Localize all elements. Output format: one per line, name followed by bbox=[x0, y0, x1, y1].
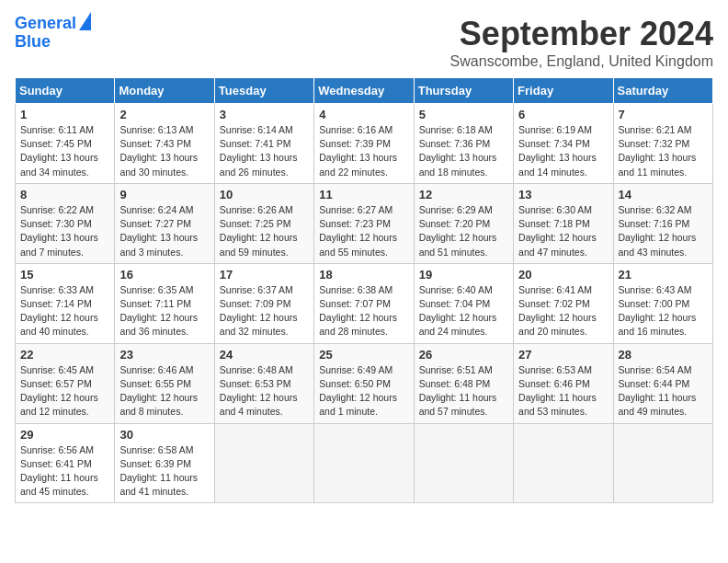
day-detail: Sunrise: 6:37 AM Sunset: 7:09 PM Dayligh… bbox=[220, 283, 309, 339]
calendar-cell: 29 Sunrise: 6:56 AM Sunset: 6:41 PM Dayl… bbox=[16, 423, 115, 503]
calendar-cell: 8 Sunrise: 6:22 AM Sunset: 7:30 PM Dayli… bbox=[16, 183, 115, 263]
day-number: 22 bbox=[20, 348, 109, 362]
day-number: 5 bbox=[419, 108, 508, 121]
day-detail: Sunrise: 6:53 AM Sunset: 6:46 PM Dayligh… bbox=[518, 363, 608, 419]
location-subtitle: Swanscombe, England, United Kingdom bbox=[450, 53, 713, 70]
calendar-cell: 6 Sunrise: 6:19 AM Sunset: 7:34 PM Dayli… bbox=[514, 104, 613, 184]
col-header-wednesday: Wednesday bbox=[314, 78, 414, 104]
day-detail: Sunrise: 6:13 AM Sunset: 7:43 PM Dayligh… bbox=[119, 123, 209, 179]
day-number: 23 bbox=[119, 348, 209, 362]
day-number: 16 bbox=[119, 268, 209, 282]
calendar-cell: 22 Sunrise: 6:45 AM Sunset: 6:57 PM Dayl… bbox=[16, 343, 115, 423]
day-number: 1 bbox=[20, 108, 109, 121]
day-number: 29 bbox=[20, 428, 109, 442]
logo-text-line2: Blue bbox=[15, 33, 51, 52]
day-number: 26 bbox=[419, 348, 508, 362]
day-detail: Sunrise: 6:33 AM Sunset: 7:14 PM Dayligh… bbox=[20, 283, 109, 339]
day-detail: Sunrise: 6:18 AM Sunset: 7:36 PM Dayligh… bbox=[419, 123, 508, 179]
day-detail: Sunrise: 6:32 AM Sunset: 7:16 PM Dayligh… bbox=[619, 203, 708, 259]
calendar-cell: 15 Sunrise: 6:33 AM Sunset: 7:14 PM Dayl… bbox=[16, 263, 115, 343]
calendar-cell bbox=[613, 423, 712, 503]
day-number: 13 bbox=[518, 188, 608, 201]
day-detail: Sunrise: 6:43 AM Sunset: 7:00 PM Dayligh… bbox=[619, 283, 708, 339]
day-detail: Sunrise: 6:46 AM Sunset: 6:55 PM Dayligh… bbox=[119, 363, 209, 419]
day-detail: Sunrise: 6:14 AM Sunset: 7:41 PM Dayligh… bbox=[220, 123, 309, 179]
day-number: 17 bbox=[220, 268, 309, 282]
calendar-cell bbox=[314, 423, 414, 503]
calendar-week-row: 29 Sunrise: 6:56 AM Sunset: 6:41 PM Dayl… bbox=[16, 423, 713, 503]
calendar-cell: 14 Sunrise: 6:32 AM Sunset: 7:16 PM Dayl… bbox=[613, 183, 712, 263]
day-detail: Sunrise: 6:29 AM Sunset: 7:20 PM Dayligh… bbox=[419, 203, 508, 259]
calendar-cell: 19 Sunrise: 6:40 AM Sunset: 7:04 PM Dayl… bbox=[414, 263, 513, 343]
calendar-table: SundayMondayTuesdayWednesdayThursdayFrid… bbox=[15, 77, 713, 503]
calendar-cell: 28 Sunrise: 6:54 AM Sunset: 6:44 PM Dayl… bbox=[613, 343, 712, 423]
day-number: 11 bbox=[319, 188, 408, 201]
day-detail: Sunrise: 6:38 AM Sunset: 7:07 PM Dayligh… bbox=[319, 283, 408, 339]
calendar-cell: 10 Sunrise: 6:26 AM Sunset: 7:25 PM Dayl… bbox=[214, 183, 313, 263]
calendar-cell: 1 Sunrise: 6:11 AM Sunset: 7:45 PM Dayli… bbox=[16, 104, 115, 184]
calendar-cell: 9 Sunrise: 6:24 AM Sunset: 7:27 PM Dayli… bbox=[115, 183, 214, 263]
day-detail: Sunrise: 6:24 AM Sunset: 7:27 PM Dayligh… bbox=[119, 203, 209, 259]
day-number: 2 bbox=[119, 108, 209, 121]
calendar-week-row: 8 Sunrise: 6:22 AM Sunset: 7:30 PM Dayli… bbox=[16, 183, 713, 263]
day-number: 15 bbox=[20, 268, 109, 282]
day-number: 9 bbox=[119, 188, 209, 201]
day-detail: Sunrise: 6:48 AM Sunset: 6:53 PM Dayligh… bbox=[220, 363, 309, 419]
day-detail: Sunrise: 6:56 AM Sunset: 6:41 PM Dayligh… bbox=[20, 443, 109, 500]
day-detail: Sunrise: 6:49 AM Sunset: 6:50 PM Dayligh… bbox=[319, 363, 408, 419]
day-detail: Sunrise: 6:16 AM Sunset: 7:39 PM Dayligh… bbox=[319, 123, 408, 179]
day-detail: Sunrise: 6:54 AM Sunset: 6:44 PM Dayligh… bbox=[619, 363, 708, 419]
calendar-cell: 17 Sunrise: 6:37 AM Sunset: 7:09 PM Dayl… bbox=[214, 263, 313, 343]
page-header: General Blue September 2024 Swanscombe, … bbox=[15, 15, 713, 70]
calendar-cell: 11 Sunrise: 6:27 AM Sunset: 7:23 PM Dayl… bbox=[314, 183, 414, 263]
day-detail: Sunrise: 6:22 AM Sunset: 7:30 PM Dayligh… bbox=[20, 203, 109, 259]
col-header-thursday: Thursday bbox=[414, 78, 513, 104]
logo-text-line1: General bbox=[15, 15, 76, 33]
col-header-monday: Monday bbox=[115, 78, 214, 104]
col-header-friday: Friday bbox=[514, 78, 613, 104]
calendar-cell: 26 Sunrise: 6:51 AM Sunset: 6:48 PM Dayl… bbox=[414, 343, 513, 423]
day-detail: Sunrise: 6:26 AM Sunset: 7:25 PM Dayligh… bbox=[220, 203, 309, 259]
logo-icon bbox=[79, 12, 91, 30]
day-number: 25 bbox=[319, 348, 408, 362]
calendar-cell: 2 Sunrise: 6:13 AM Sunset: 7:43 PM Dayli… bbox=[115, 104, 214, 184]
col-header-tuesday: Tuesday bbox=[214, 78, 313, 104]
day-detail: Sunrise: 6:58 AM Sunset: 6:39 PM Dayligh… bbox=[119, 443, 209, 500]
day-number: 10 bbox=[220, 188, 309, 201]
day-number: 28 bbox=[619, 348, 708, 362]
calendar-cell: 30 Sunrise: 6:58 AM Sunset: 6:39 PM Dayl… bbox=[115, 423, 214, 503]
day-number: 12 bbox=[419, 188, 508, 201]
day-number: 30 bbox=[119, 428, 209, 442]
calendar-week-row: 15 Sunrise: 6:33 AM Sunset: 7:14 PM Dayl… bbox=[16, 263, 713, 343]
calendar-cell: 12 Sunrise: 6:29 AM Sunset: 7:20 PM Dayl… bbox=[414, 183, 513, 263]
calendar-cell: 16 Sunrise: 6:35 AM Sunset: 7:11 PM Dayl… bbox=[115, 263, 214, 343]
day-number: 14 bbox=[619, 188, 708, 201]
calendar-header-row: SundayMondayTuesdayWednesdayThursdayFrid… bbox=[16, 78, 713, 104]
calendar-cell: 3 Sunrise: 6:14 AM Sunset: 7:41 PM Dayli… bbox=[214, 104, 313, 184]
day-detail: Sunrise: 6:27 AM Sunset: 7:23 PM Dayligh… bbox=[319, 203, 408, 259]
day-number: 7 bbox=[619, 108, 708, 121]
calendar-cell bbox=[414, 423, 513, 503]
calendar-cell bbox=[514, 423, 613, 503]
calendar-cell: 5 Sunrise: 6:18 AM Sunset: 7:36 PM Dayli… bbox=[414, 104, 513, 184]
day-number: 6 bbox=[518, 108, 608, 121]
day-number: 8 bbox=[20, 188, 109, 201]
day-number: 19 bbox=[419, 268, 508, 282]
title-area: September 2024 Swanscombe, England, Unit… bbox=[450, 15, 713, 70]
day-detail: Sunrise: 6:45 AM Sunset: 6:57 PM Dayligh… bbox=[20, 363, 109, 419]
calendar-cell: 24 Sunrise: 6:48 AM Sunset: 6:53 PM Dayl… bbox=[214, 343, 313, 423]
month-title: September 2024 bbox=[450, 15, 713, 53]
calendar-cell: 21 Sunrise: 6:43 AM Sunset: 7:00 PM Dayl… bbox=[613, 263, 712, 343]
day-detail: Sunrise: 6:51 AM Sunset: 6:48 PM Dayligh… bbox=[419, 363, 508, 419]
calendar-cell: 27 Sunrise: 6:53 AM Sunset: 6:46 PM Dayl… bbox=[514, 343, 613, 423]
day-detail: Sunrise: 6:11 AM Sunset: 7:45 PM Dayligh… bbox=[20, 123, 109, 179]
day-number: 20 bbox=[518, 268, 608, 282]
calendar-cell: 20 Sunrise: 6:41 AM Sunset: 7:02 PM Dayl… bbox=[514, 263, 613, 343]
day-detail: Sunrise: 6:21 AM Sunset: 7:32 PM Dayligh… bbox=[619, 123, 708, 179]
day-detail: Sunrise: 6:40 AM Sunset: 7:04 PM Dayligh… bbox=[419, 283, 508, 339]
day-detail: Sunrise: 6:35 AM Sunset: 7:11 PM Dayligh… bbox=[119, 283, 209, 339]
calendar-cell: 23 Sunrise: 6:46 AM Sunset: 6:55 PM Dayl… bbox=[115, 343, 214, 423]
col-header-saturday: Saturday bbox=[613, 78, 712, 104]
day-number: 3 bbox=[220, 108, 309, 121]
calendar-cell: 18 Sunrise: 6:38 AM Sunset: 7:07 PM Dayl… bbox=[314, 263, 414, 343]
